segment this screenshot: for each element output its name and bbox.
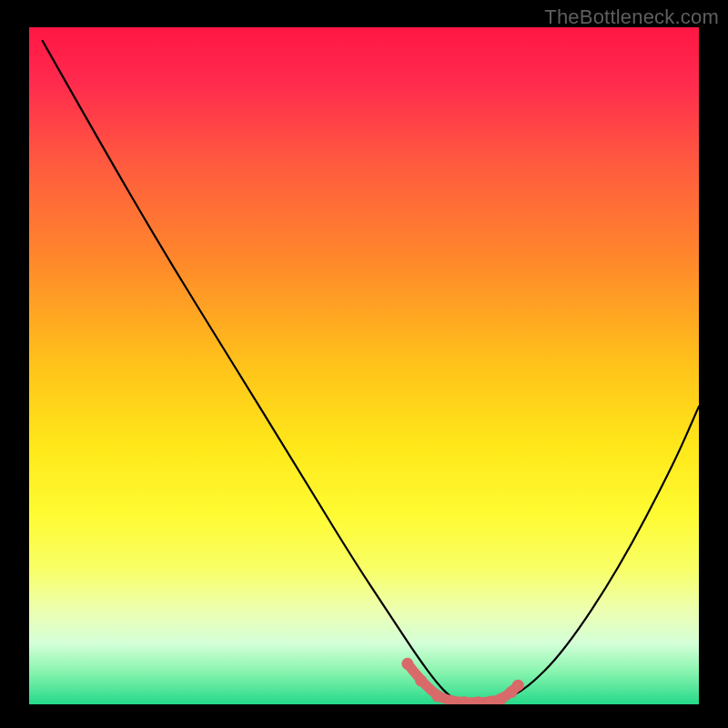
optimal-dot: [401, 658, 413, 670]
optimal-dot: [512, 680, 524, 692]
plot-area: [29, 27, 699, 704]
optimal-dot: [415, 674, 427, 686]
bottleneck-chart: [0, 0, 728, 728]
chart-frame: TheBottleneck.com: [0, 0, 728, 728]
optimal-dot: [485, 696, 497, 708]
optimal-dot: [445, 695, 457, 707]
watermark-label: TheBottleneck.com: [544, 5, 719, 29]
optimal-dot: [472, 696, 484, 708]
optimal-dot: [431, 691, 443, 703]
optimal-dot: [495, 693, 507, 705]
optimal-dot: [459, 696, 470, 708]
